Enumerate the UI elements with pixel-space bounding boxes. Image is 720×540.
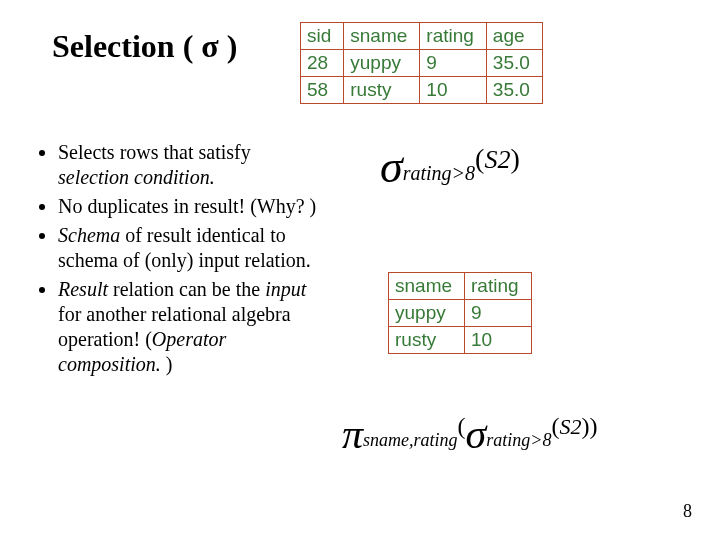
table-row: yuppy 9 [389,300,532,327]
title-suffix: ) [219,28,238,64]
bullet-3: Schema of result identical to schema of … [58,223,320,273]
bullet-1: Selects rows that satisfy selection cond… [58,140,320,190]
table-row: rusty 10 [389,327,532,354]
bullet-list: Selects rows that satisfy selection cond… [40,140,320,381]
projection-formula: πsname,rating(σrating>8(S2)) [342,410,597,458]
col-sname: sname [344,23,420,50]
page-number: 8 [683,501,692,522]
title-prefix: Selection ( [52,28,201,64]
bullet-2: No duplicates in result! (Why? ) [58,194,320,219]
table-header-row: sid sname rating age [301,23,543,50]
col-rating: rating [420,23,487,50]
sigma-icon: σ [466,411,487,457]
slide-title: Selection ( σ ) [52,28,237,65]
col-rating: rating [465,273,532,300]
sigma-symbol: σ [201,28,218,64]
slide: Selection ( σ ) Selects rows that satisf… [0,0,720,540]
col-sname: sname [389,273,465,300]
table-header-row: sname rating [389,273,532,300]
col-age: age [486,23,542,50]
pi-icon: π [342,411,363,457]
sigma-icon: σ [380,141,403,192]
projection-result-table: sname rating yuppy 9 rusty 10 [388,272,532,354]
table-row: 28 yuppy 9 35.0 [301,50,543,77]
col-sid: sid [301,23,344,50]
table-row: 58 rusty 10 35.0 [301,77,543,104]
selection-result-table: sid sname rating age 28 yuppy 9 35.0 58 … [300,22,543,104]
selection-formula: σrating>8(S2) [380,140,520,193]
bullet-4: Result relation can be the input for ano… [58,277,320,377]
